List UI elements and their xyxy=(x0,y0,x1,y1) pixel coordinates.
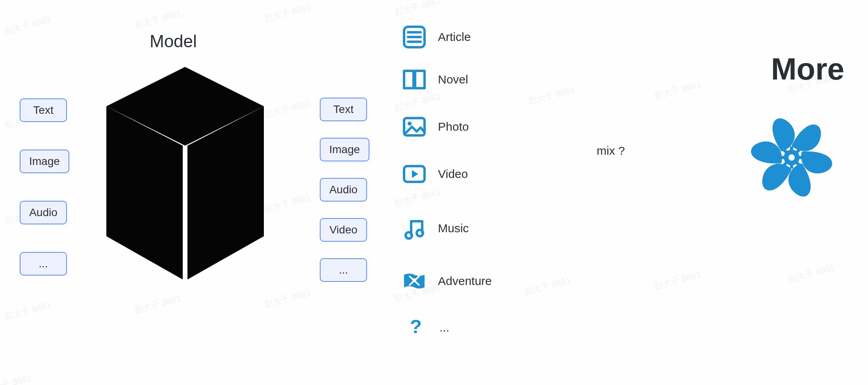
watermark: 彭大千 8661 xyxy=(393,186,442,209)
svg-line-36 xyxy=(784,163,786,165)
arrow-right-icon xyxy=(72,212,111,212)
video-icon xyxy=(402,161,427,187)
arrow-right-icon xyxy=(70,109,109,110)
input-pill-text: Text xyxy=(20,98,67,122)
svg-point-18 xyxy=(408,122,412,126)
media-item-video: Video xyxy=(402,161,468,187)
output-pill-image: Image xyxy=(320,138,369,161)
watermark: 彭大千 8661 xyxy=(653,78,702,102)
watermark: 彭大千 8661 xyxy=(263,97,312,121)
input-pill-image: Image xyxy=(20,150,69,173)
output-pill-more: ... xyxy=(320,258,367,282)
input-pill-more: ... xyxy=(20,252,67,276)
watermark: 彭大千 8661 xyxy=(263,1,312,25)
diagram-canvas: 彭大千 8661 彭大千 8661 彭大千 8661 彭大千 8661 彭大千 … xyxy=(0,0,868,385)
watermark: 彭大千 8661 xyxy=(133,8,182,31)
watermark: 彭大千 8661 xyxy=(393,91,442,114)
svg-line-35 xyxy=(797,163,799,165)
swirl-icon xyxy=(736,102,847,213)
watermark: 彭大千 8661 xyxy=(263,287,312,311)
photo-icon xyxy=(402,114,427,139)
media-item-music: Music xyxy=(402,216,469,241)
watermark: 彭大千 8661 xyxy=(523,274,572,298)
media-item-adventure: Adventure xyxy=(402,268,492,294)
arrow-right-icon xyxy=(240,149,319,149)
output-pill-text: Text xyxy=(320,98,367,121)
svg-point-21 xyxy=(406,232,412,239)
media-label: Music xyxy=(438,222,469,235)
watermark: 彭大千 8661 xyxy=(263,192,312,215)
svg-marker-20 xyxy=(412,170,418,178)
watermark: 彭大千 8661 xyxy=(393,0,442,19)
media-item-photo: Photo xyxy=(402,114,469,139)
watermark: 彭大千 8661 xyxy=(787,262,836,285)
question-icon: ? xyxy=(403,315,428,340)
arrow-right-icon xyxy=(57,263,104,263)
watermark: 彭大千 8661 xyxy=(0,372,33,385)
svg-point-22 xyxy=(417,230,423,236)
input-pill-audio: Audio xyxy=(20,201,67,224)
media-label: Novel xyxy=(438,73,468,86)
novel-icon xyxy=(402,67,427,92)
svg-line-37 xyxy=(797,150,799,152)
article-icon xyxy=(402,24,427,50)
model-cube-icon xyxy=(102,63,268,283)
media-label: Video xyxy=(438,167,468,181)
music-icon xyxy=(402,216,427,241)
media-item-more: ? ... xyxy=(403,315,449,340)
watermark: 彭大千 8661 xyxy=(653,268,702,292)
adventure-icon xyxy=(402,268,427,294)
output-pill-audio: Audio xyxy=(320,178,367,202)
mix-label: mix ? xyxy=(597,144,625,157)
arrow-right-icon xyxy=(240,269,319,270)
media-label: Adventure xyxy=(438,274,492,288)
more-title: More xyxy=(771,51,844,87)
svg-point-38 xyxy=(788,154,795,161)
svg-text:?: ? xyxy=(410,317,422,337)
media-label: Photo xyxy=(438,120,469,133)
arrow-right-icon xyxy=(240,109,319,109)
media-item-article: Article xyxy=(402,24,471,50)
arrow-right-icon xyxy=(634,148,685,148)
media-label: ... xyxy=(440,321,449,334)
model-title: Model xyxy=(150,31,197,51)
media-item-novel: Novel xyxy=(402,67,468,92)
output-pill-video: Video xyxy=(320,218,367,242)
watermark: 彭大千 8661 xyxy=(3,299,52,323)
media-label: Article xyxy=(438,30,471,44)
watermark: 彭大千 8661 xyxy=(133,292,182,316)
arrow-right-icon xyxy=(240,229,319,230)
arrow-right-icon xyxy=(74,161,113,161)
arrow-right-icon xyxy=(240,189,319,189)
arrow-line-icon xyxy=(543,148,595,148)
watermark: 彭大千 8661 xyxy=(3,14,52,37)
watermark: 彭大千 8661 xyxy=(527,84,576,107)
svg-line-34 xyxy=(784,150,786,152)
